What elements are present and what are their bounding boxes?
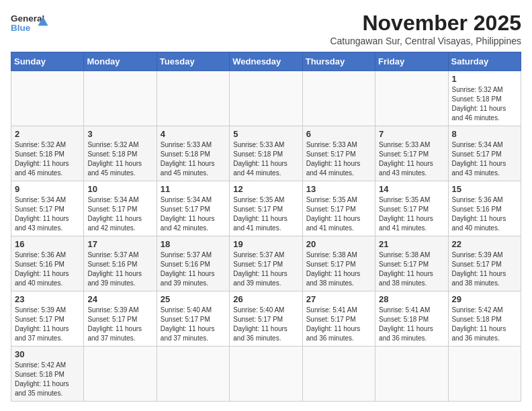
- calendar-cell: [448, 347, 521, 402]
- weekday-header-saturday: Saturday: [448, 52, 521, 71]
- calendar-cell: 23Sunrise: 5:39 AMSunset: 5:17 PMDayligh…: [11, 291, 84, 347]
- calendar-cell: 10Sunrise: 5:34 AMSunset: 5:17 PMDayligh…: [84, 181, 157, 236]
- weekday-header-tuesday: Tuesday: [157, 52, 229, 71]
- svg-text:General: General: [11, 13, 44, 24]
- day-number: 22: [452, 239, 517, 249]
- calendar-cell: 21Sunrise: 5:38 AMSunset: 5:17 PMDayligh…: [375, 236, 448, 291]
- day-info: Sunrise: 5:33 AMSunset: 5:17 PMDaylight:…: [306, 140, 371, 178]
- day-number: 21: [379, 239, 444, 249]
- day-number: 23: [15, 294, 80, 304]
- calendar-cell: 22Sunrise: 5:39 AMSunset: 5:17 PMDayligh…: [448, 236, 521, 291]
- calendar-cell: 28Sunrise: 5:41 AMSunset: 5:18 PMDayligh…: [375, 291, 448, 347]
- day-info: Sunrise: 5:32 AMSunset: 5:18 PMDaylight:…: [87, 140, 152, 178]
- day-info: Sunrise: 5:37 AMSunset: 5:16 PMDaylight:…: [161, 250, 226, 288]
- day-info: Sunrise: 5:32 AMSunset: 5:18 PMDaylight:…: [15, 140, 80, 178]
- calendar-cell: 15Sunrise: 5:36 AMSunset: 5:16 PMDayligh…: [448, 181, 521, 236]
- weekday-header-monday: Monday: [84, 52, 157, 71]
- day-info: Sunrise: 5:32 AMSunset: 5:18 PMDaylight:…: [452, 85, 517, 123]
- day-number: 18: [161, 239, 226, 249]
- logo-svg: General Blue: [11, 11, 51, 35]
- day-number: 29: [452, 294, 517, 304]
- calendar-cell: [84, 347, 157, 402]
- calendar-cell: [375, 347, 448, 402]
- calendar-week-1: 1Sunrise: 5:32 AMSunset: 5:18 PMDaylight…: [11, 71, 521, 126]
- calendar-cell: 8Sunrise: 5:34 AMSunset: 5:17 PMDaylight…: [448, 126, 521, 181]
- calendar-week-5: 23Sunrise: 5:39 AMSunset: 5:17 PMDayligh…: [11, 291, 521, 347]
- day-info: Sunrise: 5:38 AMSunset: 5:17 PMDaylight:…: [306, 250, 371, 288]
- day-number: 4: [161, 129, 226, 139]
- calendar-cell: 14Sunrise: 5:35 AMSunset: 5:17 PMDayligh…: [375, 181, 448, 236]
- day-info: Sunrise: 5:37 AMSunset: 5:16 PMDaylight:…: [87, 250, 152, 288]
- calendar-week-6: 30Sunrise: 5:42 AMSunset: 5:18 PMDayligh…: [11, 347, 521, 402]
- calendar-week-2: 2Sunrise: 5:32 AMSunset: 5:18 PMDaylight…: [11, 126, 521, 181]
- calendar-cell: 7Sunrise: 5:33 AMSunset: 5:17 PMDaylight…: [375, 126, 448, 181]
- day-info: Sunrise: 5:41 AMSunset: 5:17 PMDaylight:…: [306, 306, 371, 343]
- day-number: 1: [452, 74, 517, 84]
- day-number: 15: [452, 184, 517, 194]
- day-info: Sunrise: 5:40 AMSunset: 5:17 PMDaylight:…: [161, 306, 226, 343]
- calendar-cell: [302, 71, 375, 126]
- weekday-header-wednesday: Wednesday: [230, 52, 302, 71]
- day-number: 16: [15, 239, 80, 249]
- day-number: 26: [233, 294, 298, 304]
- weekday-header-sunday: Sunday: [11, 52, 84, 71]
- calendar-cell: 3Sunrise: 5:32 AMSunset: 5:18 PMDaylight…: [84, 126, 157, 181]
- calendar-cell: [230, 71, 302, 126]
- day-number: 5: [233, 129, 298, 139]
- calendar-cell: [157, 71, 229, 126]
- day-number: 11: [161, 184, 226, 194]
- calendar-week-4: 16Sunrise: 5:36 AMSunset: 5:16 PMDayligh…: [11, 236, 521, 291]
- day-info: Sunrise: 5:35 AMSunset: 5:17 PMDaylight:…: [233, 195, 298, 233]
- location-title: Catungawan Sur, Central Visayas, Philipp…: [330, 36, 521, 46]
- calendar-cell: [84, 71, 157, 126]
- day-info: Sunrise: 5:33 AMSunset: 5:18 PMDaylight:…: [161, 140, 226, 178]
- calendar-cell: 13Sunrise: 5:35 AMSunset: 5:17 PMDayligh…: [302, 181, 375, 236]
- day-info: Sunrise: 5:35 AMSunset: 5:17 PMDaylight:…: [306, 195, 371, 233]
- day-number: 20: [306, 239, 371, 249]
- day-number: 28: [379, 294, 444, 304]
- day-info: Sunrise: 5:40 AMSunset: 5:17 PMDaylight:…: [233, 306, 298, 343]
- day-number: 7: [379, 129, 444, 139]
- calendar-cell: 2Sunrise: 5:32 AMSunset: 5:18 PMDaylight…: [11, 126, 84, 181]
- day-number: 17: [87, 239, 152, 249]
- day-number: 2: [15, 129, 80, 139]
- day-number: 30: [15, 349, 80, 359]
- calendar-cell: [11, 71, 84, 126]
- day-info: Sunrise: 5:34 AMSunset: 5:17 PMDaylight:…: [87, 195, 152, 233]
- day-info: Sunrise: 5:42 AMSunset: 5:18 PMDaylight:…: [452, 306, 517, 343]
- calendar-cell: 27Sunrise: 5:41 AMSunset: 5:17 PMDayligh…: [302, 291, 375, 347]
- day-info: Sunrise: 5:42 AMSunset: 5:18 PMDaylight:…: [15, 361, 80, 398]
- calendar-cell: 19Sunrise: 5:37 AMSunset: 5:17 PMDayligh…: [230, 236, 302, 291]
- day-info: Sunrise: 5:36 AMSunset: 5:16 PMDaylight:…: [452, 195, 517, 233]
- calendar-cell: 30Sunrise: 5:42 AMSunset: 5:18 PMDayligh…: [11, 347, 84, 402]
- page-header: General Blue November 2025 Catungawan Su…: [11, 11, 521, 46]
- day-info: Sunrise: 5:41 AMSunset: 5:18 PMDaylight:…: [379, 306, 444, 343]
- calendar-cell: 16Sunrise: 5:36 AMSunset: 5:16 PMDayligh…: [11, 236, 84, 291]
- calendar-cell: 6Sunrise: 5:33 AMSunset: 5:17 PMDaylight…: [302, 126, 375, 181]
- day-number: 25: [161, 294, 226, 304]
- day-number: 10: [87, 184, 152, 194]
- calendar-cell: [375, 71, 448, 126]
- day-info: Sunrise: 5:39 AMSunset: 5:17 PMDaylight:…: [87, 306, 152, 343]
- day-info: Sunrise: 5:33 AMSunset: 5:18 PMDaylight:…: [233, 140, 298, 178]
- calendar-cell: 26Sunrise: 5:40 AMSunset: 5:17 PMDayligh…: [230, 291, 302, 347]
- calendar-cell: 5Sunrise: 5:33 AMSunset: 5:18 PMDaylight…: [230, 126, 302, 181]
- day-info: Sunrise: 5:36 AMSunset: 5:16 PMDaylight:…: [15, 250, 80, 288]
- day-info: Sunrise: 5:33 AMSunset: 5:17 PMDaylight:…: [379, 140, 444, 178]
- weekday-header-friday: Friday: [375, 52, 448, 71]
- day-info: Sunrise: 5:38 AMSunset: 5:17 PMDaylight:…: [379, 250, 444, 288]
- day-info: Sunrise: 5:37 AMSunset: 5:17 PMDaylight:…: [233, 250, 298, 288]
- calendar-cell: 25Sunrise: 5:40 AMSunset: 5:17 PMDayligh…: [157, 291, 229, 347]
- calendar-cell: 11Sunrise: 5:34 AMSunset: 5:17 PMDayligh…: [157, 181, 229, 236]
- calendar-cell: 1Sunrise: 5:32 AMSunset: 5:18 PMDaylight…: [448, 71, 521, 126]
- day-info: Sunrise: 5:34 AMSunset: 5:17 PMDaylight:…: [15, 195, 80, 233]
- calendar-cell: 9Sunrise: 5:34 AMSunset: 5:17 PMDaylight…: [11, 181, 84, 236]
- day-number: 3: [87, 129, 152, 139]
- day-number: 12: [233, 184, 298, 194]
- day-info: Sunrise: 5:35 AMSunset: 5:17 PMDaylight:…: [379, 195, 444, 233]
- day-info: Sunrise: 5:39 AMSunset: 5:17 PMDaylight:…: [15, 306, 80, 343]
- calendar-cell: 20Sunrise: 5:38 AMSunset: 5:17 PMDayligh…: [302, 236, 375, 291]
- svg-text:Blue: Blue: [11, 23, 31, 33]
- calendar-week-3: 9Sunrise: 5:34 AMSunset: 5:17 PMDaylight…: [11, 181, 521, 236]
- calendar-cell: [302, 347, 375, 402]
